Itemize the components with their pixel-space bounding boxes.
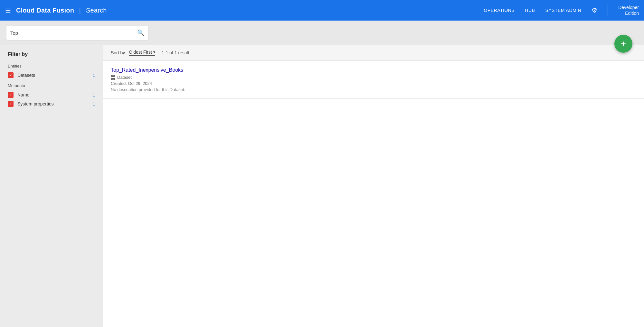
system-properties-label: System properties <box>17 101 93 106</box>
search-input[interactable] <box>10 30 137 36</box>
menu-icon[interactable]: ☰ <box>5 6 11 14</box>
search-bar-area: 🔍 <box>0 21 644 45</box>
name-checkbox[interactable]: ✓ <box>8 92 14 98</box>
app-brand: Cloud Data Fusion | Search <box>16 7 107 14</box>
brand-name: Cloud Data Fusion <box>16 7 74 14</box>
dataset-icon <box>111 75 115 80</box>
filter-item-datasets[interactable]: ✓ Datasets 1 <box>8 72 95 78</box>
sort-by-label: Sort by <box>111 50 125 55</box>
sort-by-selected: Oldest First <box>129 50 152 55</box>
results-count: 1-1 of 1 result <box>162 50 189 55</box>
sort-by-dropdown[interactable]: Oldest First ▾ <box>129 50 155 56</box>
sidebar-filter: Filter by Entities ✓ Datasets 1 Metadata… <box>0 45 103 327</box>
result-item-description: No description provided for this Dataset… <box>111 87 636 92</box>
add-button[interactable]: + <box>614 35 632 53</box>
result-type-label: Dataset <box>117 75 132 80</box>
brand-search-label: Search <box>86 7 107 14</box>
datasets-label: Datasets <box>17 73 93 78</box>
main-content: Filter by Entities ✓ Datasets 1 Metadata… <box>0 45 644 327</box>
datasets-count: 1 <box>93 73 95 78</box>
system-properties-count: 1 <box>93 102 95 106</box>
filter-item-name[interactable]: ✓ Name 1 <box>8 92 95 98</box>
result-item-name[interactable]: Top_Rated_Inexpensive_Books <box>111 67 636 73</box>
search-input-wrapper: 🔍 <box>6 26 148 40</box>
app-header: ☰ Cloud Data Fusion | Search OPERATIONS … <box>0 0 644 21</box>
brand-divider: | <box>79 7 81 14</box>
header-nav: OPERATIONS HUB SYSTEM ADMIN ⚙ Developer … <box>484 5 639 16</box>
edition-label: Developer Edition <box>618 5 639 16</box>
nav-operations[interactable]: OPERATIONS <box>484 8 515 13</box>
metadata-section-label: Metadata <box>8 83 95 88</box>
name-count: 1 <box>93 93 95 97</box>
result-item[interactable]: Top_Rated_Inexpensive_Books Dataset Crea… <box>103 61 644 99</box>
result-item-created: Created: Oct 29, 2024 <box>111 81 636 86</box>
name-label: Name <box>17 92 93 97</box>
settings-icon[interactable]: ⚙ <box>592 6 597 14</box>
nav-system-admin[interactable]: SYSTEM ADMIN <box>545 8 581 13</box>
system-properties-checkbox[interactable]: ✓ <box>8 101 14 107</box>
check-icon: ✓ <box>9 93 12 97</box>
search-icon[interactable]: 🔍 <box>137 29 144 36</box>
results-area: Sort by Oldest First ▾ 1-1 of 1 result T… <box>103 45 644 327</box>
chevron-down-icon: ▾ <box>153 50 155 54</box>
check-icon: ✓ <box>9 102 12 106</box>
filter-item-system-properties[interactable]: ✓ System properties 1 <box>8 101 95 107</box>
datasets-checkbox[interactable]: ✓ <box>8 72 14 78</box>
check-icon: ✓ <box>9 73 12 77</box>
filter-by-title: Filter by <box>8 51 95 57</box>
result-item-type: Dataset <box>111 75 636 80</box>
results-header: Sort by Oldest First ▾ 1-1 of 1 result <box>103 45 644 61</box>
entities-section-label: Entities <box>8 64 95 68</box>
header-vertical-divider <box>608 5 608 16</box>
nav-hub[interactable]: HUB <box>525 8 535 13</box>
